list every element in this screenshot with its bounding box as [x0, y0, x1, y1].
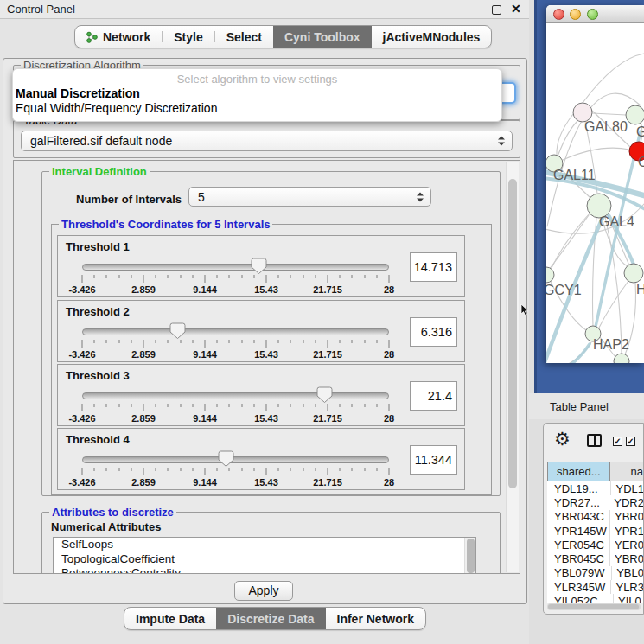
tab-style[interactable]: Style — [163, 26, 214, 48]
checkbox-checked-icon[interactable]: ✓ — [613, 437, 622, 446]
slider-tick — [168, 468, 169, 471]
table-row[interactable]: YER054CYER0 — [547, 538, 644, 552]
slider-track[interactable] — [82, 456, 389, 463]
threshold-slider[interactable]: -3.4262.8599.14415.4321.71528 — [82, 450, 389, 489]
number-of-intervals-select[interactable]: 5 — [188, 187, 431, 207]
tick-label: 2.859 — [131, 413, 156, 424]
column-header-2[interactable]: na — [610, 462, 644, 481]
minimize-traffic-light-icon[interactable] — [570, 9, 581, 20]
network-edge[interactable] — [546, 344, 590, 363]
network-node[interactable] — [624, 264, 643, 283]
slider-tick — [278, 340, 279, 343]
column-layout-icon[interactable] — [587, 434, 602, 447]
table-row[interactable]: YBL079WYBL0 — [547, 566, 644, 580]
slider-tick — [389, 468, 390, 475]
table-row[interactable]: YLR345WYLR3 — [547, 580, 644, 594]
slider-thumb[interactable] — [316, 386, 333, 404]
cell-shared-name: YPR145W — [547, 525, 609, 538]
tab-jactivemnodules[interactable]: jActiveMNodules — [372, 26, 492, 48]
threshold-panel-4: Threshold 4-3.4262.8599.14415.4321.71528… — [57, 428, 465, 490]
threshold-slider[interactable]: -3.4262.8599.14415.4321.71528 — [82, 386, 389, 425]
tab-infer-network[interactable]: Infer Network — [326, 608, 425, 629]
numerical-attributes-label: Numerical Attributes — [51, 520, 161, 533]
checkbox-checked-icon[interactable]: ✓ — [626, 437, 635, 446]
slider-tick — [278, 468, 279, 471]
table-row[interactable]: YIL052CYIL0 — [547, 594, 644, 603]
table-row[interactable]: YPR145WYPR1 — [547, 524, 644, 538]
slider-tick — [106, 404, 107, 407]
cyni-toolbox-panel: Discretization Algorithm Select algorith… — [3, 58, 527, 604]
network-window-titlebar[interactable] — [546, 5, 644, 23]
slider-tick — [364, 404, 365, 407]
threshold-value-field[interactable]: 11.344 — [410, 445, 457, 475]
table-row[interactable]: YBR043CYBR0 — [547, 510, 644, 524]
numerical-attributes-list[interactable]: SelfLoopsTopologicalCoefficientBetweenne… — [53, 537, 476, 574]
cell-shared-name: YLR345W — [547, 581, 610, 594]
threshold-slider[interactable]: -3.4262.8599.14415.4321.71528 — [82, 322, 389, 361]
attributes-group: Attributes to discretize Numerical Attri… — [41, 512, 501, 574]
network-edge[interactable] — [557, 114, 573, 155]
dropdown-option-manual-discretization[interactable]: Manual Discretization — [13, 86, 501, 101]
network-edge[interactable] — [563, 148, 629, 160]
close-icon[interactable]: ✕ — [511, 2, 521, 16]
gear-icon[interactable]: ⚙ — [554, 429, 571, 450]
attribute-item-selfloops[interactable]: SelfLoops — [54, 538, 475, 552]
table-row[interactable]: YDR27...YDR2 — [547, 495, 644, 509]
horizontal-scrollbar[interactable] — [547, 603, 641, 610]
slider-tick — [180, 340, 181, 343]
slider-tick — [376, 340, 377, 343]
network-edge[interactable] — [583, 54, 644, 103]
slider-tick — [352, 340, 353, 343]
tick-label: 28 — [384, 477, 394, 488]
tab-impute-data[interactable]: Impute Data — [124, 608, 216, 629]
slider-ticks — [82, 340, 389, 348]
attribute-item-topologicalcoefficient[interactable]: TopologicalCoefficient — [54, 552, 475, 567]
cell-shared-name: YDR27... — [547, 496, 609, 509]
threshold-value-field[interactable]: 6.316 — [410, 317, 457, 347]
vertical-scrollbar-thumb[interactable] — [508, 179, 517, 488]
slider-tick — [303, 404, 303, 407]
tab-cyni-toolbox[interactable]: Cyni Toolbox — [273, 26, 372, 48]
slider-tick — [389, 275, 390, 283]
threshold-slider[interactable]: -3.4262.8599.14415.4321.71528 — [82, 257, 389, 296]
table-row[interactable]: YBR045CYBR0 — [547, 552, 644, 565]
panel-title: Control Panel — [7, 3, 75, 16]
tab-network[interactable]: Network — [75, 26, 162, 48]
column-header-1[interactable]: shared... — [547, 462, 610, 481]
node-label-partial: H — [636, 282, 644, 296]
tab-discretize-data[interactable]: Discretize Data — [216, 608, 325, 629]
list-scrollbar-thumb[interactable] — [467, 539, 475, 573]
table-data-select[interactable]: galFiltered.sif default node — [21, 131, 513, 151]
apply-button[interactable]: Apply — [234, 581, 293, 601]
network-view-window: GAL80GAL11GAL4GCY1HAP2GCH — [546, 5, 644, 363]
slider-tick — [217, 340, 218, 343]
table-row[interactable]: YDL19...YDL1 — [547, 481, 644, 495]
network-edge[interactable] — [592, 113, 626, 115]
network-edge[interactable] — [558, 121, 577, 156]
network-node-gcy1[interactable] — [546, 267, 554, 283]
threshold-value-field[interactable]: 14.713 — [410, 252, 457, 282]
threshold-value-field[interactable]: 21.4 — [410, 381, 457, 411]
slider-thumb[interactable] — [169, 322, 186, 340]
network-canvas[interactable]: GAL80GAL11GAL4GCY1HAP2GCH — [546, 23, 644, 363]
slider-track[interactable] — [82, 264, 389, 271]
tab-select[interactable]: Select — [215, 26, 273, 48]
network-node[interactable] — [614, 354, 629, 363]
slider-tick — [389, 340, 390, 348]
slider-thumb[interactable] — [218, 450, 234, 468]
vertical-scrollbar[interactable] — [506, 162, 519, 572]
slider-track[interactable] — [82, 392, 389, 399]
zoom-traffic-light-icon[interactable] — [587, 9, 598, 20]
float-window-icon[interactable] — [492, 5, 501, 15]
attribute-item-betweennesscentrality[interactable]: BetweennessCentrality — [54, 566, 475, 574]
slider-tick — [143, 340, 144, 348]
slider-thumb[interactable] — [251, 258, 267, 275]
network-node[interactable] — [626, 105, 644, 124]
list-scrollbar[interactable] — [464, 538, 475, 574]
slider-tick — [241, 468, 242, 471]
dropdown-option-equal-width-frequency-discretization[interactable]: Equal Width/Frequency Discretization — [13, 101, 501, 116]
slider-track[interactable] — [82, 328, 389, 335]
horizontal-scrollbar-thumb[interactable] — [548, 604, 639, 609]
tick-label: 28 — [384, 284, 394, 295]
close-traffic-light-icon[interactable] — [553, 9, 564, 20]
